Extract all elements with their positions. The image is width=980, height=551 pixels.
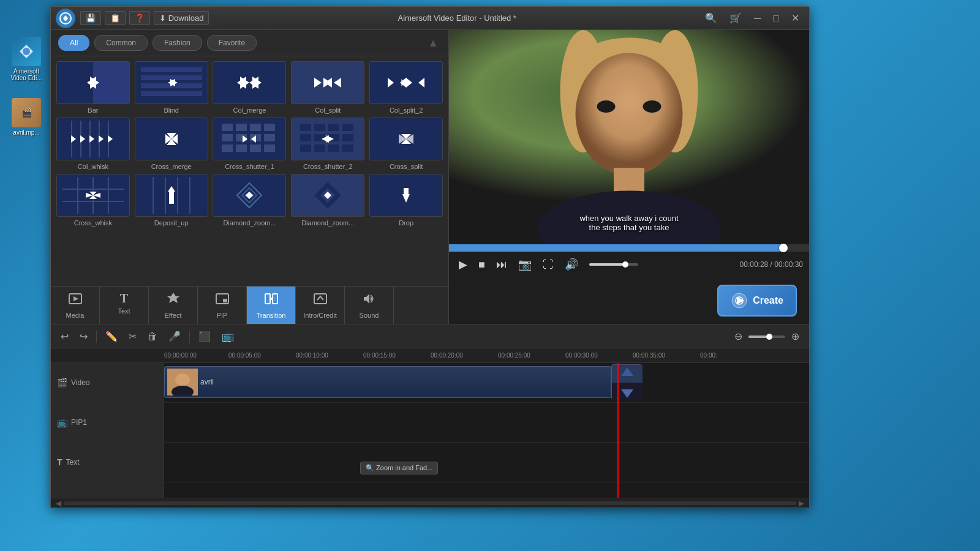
tab-all[interactable]: All xyxy=(58,35,89,51)
svg-rect-66 xyxy=(314,134,325,141)
tool-intro-credit[interactable]: Intro/Credit xyxy=(296,287,345,324)
transition-diamond-zoom2[interactable]: Diamond_zoom... xyxy=(290,174,365,227)
tab-favorite[interactable]: Favorite xyxy=(207,35,257,51)
zoom-handle[interactable] xyxy=(766,334,772,340)
tool-transition[interactable]: Transition xyxy=(247,287,296,324)
video-clip[interactable]: avril xyxy=(164,366,611,398)
transition-drop-label: Drop xyxy=(399,219,413,227)
transition-col-split-2[interactable]: Col_split_2 xyxy=(369,61,443,114)
tool-sound[interactable]: Sound xyxy=(345,287,394,324)
maximize-button[interactable]: □ xyxy=(768,11,784,25)
svg-rect-50 xyxy=(222,134,233,141)
svg-rect-96 xyxy=(169,192,174,204)
tool-effect[interactable]: Effect xyxy=(149,287,198,324)
svg-rect-65 xyxy=(300,134,311,141)
download-button[interactable]: ⬇ Download xyxy=(154,11,209,25)
file-icon-label: avril.mp... xyxy=(13,129,39,136)
search-ctrl-button[interactable]: 🔍 xyxy=(700,11,722,25)
svg-rect-115 xyxy=(223,299,227,302)
transition-diamond-zoom1[interactable]: Diamond_zoom... xyxy=(213,174,287,227)
file-button[interactable]: 📋 xyxy=(105,11,126,25)
volume-handle[interactable] xyxy=(622,261,628,268)
horizontal-scrollbar[interactable] xyxy=(64,501,796,505)
scroll-right-arrow[interactable]: ▶ xyxy=(796,499,807,508)
cut-button[interactable]: ✂ xyxy=(125,328,140,345)
ruler-mark-7: 00:00:35:00 xyxy=(633,352,665,359)
scroll-left-arrow[interactable]: ◀ xyxy=(53,499,64,508)
svg-rect-55 xyxy=(236,144,247,152)
video-track-content[interactable]: avril xyxy=(164,363,809,402)
scroll-up-arrow[interactable]: ▲ xyxy=(425,37,441,50)
transition-col-merge[interactable]: Col_merge xyxy=(213,61,287,114)
edit-button[interactable]: ✏️ xyxy=(102,328,121,345)
track-pip1: 📺 PIP1 xyxy=(51,403,809,443)
transition-deposit-up[interactable]: Deposit_up xyxy=(134,174,209,227)
desktop-file-icon[interactable]: 🎬 avril.mp... xyxy=(5,98,48,136)
svg-rect-49 xyxy=(264,124,275,131)
fullscreen-button[interactable]: ⛶ xyxy=(539,256,557,274)
transition-blind-thumb xyxy=(135,61,208,104)
svg-point-132 xyxy=(175,373,190,386)
progress-bar-container[interactable] xyxy=(449,244,809,252)
zoom-out-button[interactable]: ⊖ xyxy=(731,328,746,345)
create-button[interactable]: Create xyxy=(717,285,797,317)
tab-fashion[interactable]: Fashion xyxy=(153,35,202,51)
track-video-label: 🎬 Video xyxy=(51,363,164,402)
stop-button[interactable]: ■ xyxy=(475,256,489,274)
transition-cross-shutter2[interactable]: Cross_shutter_2 xyxy=(290,118,365,170)
tool-pip[interactable]: PIP xyxy=(198,287,247,324)
svg-rect-64 xyxy=(342,124,353,131)
play-button[interactable]: ▶ xyxy=(455,255,471,274)
timeline-toolbar: ↩ ↪ ✏️ ✂ 🗑 🎤 ⬛ 📺 ⊖ ⊕ xyxy=(51,325,809,348)
transition-bar[interactable]: Bar xyxy=(56,61,130,114)
undo-button[interactable]: ↩ xyxy=(57,328,72,345)
pip1-track-name: PIP1 xyxy=(71,418,87,427)
zoom-controls: ⊖ ⊕ xyxy=(731,328,803,345)
tool-media[interactable]: Media xyxy=(51,287,100,324)
pip-timeline-button[interactable]: ⬛ xyxy=(195,328,214,345)
track-music: 🎵 Music xyxy=(51,482,809,498)
transition-deposit-up-label: Deposit_up xyxy=(154,219,189,227)
step-forward-button[interactable]: ⏭ xyxy=(492,256,511,274)
svg-point-124 xyxy=(597,100,616,113)
transition-indicator[interactable] xyxy=(611,364,642,400)
screenshot-button[interactable]: 📷 xyxy=(514,255,535,274)
transition-blind[interactable]: Blind xyxy=(134,61,209,114)
close-button[interactable]: ✕ xyxy=(786,11,804,25)
tab-common[interactable]: Common xyxy=(94,35,148,51)
tool-text[interactable]: T Text xyxy=(100,287,149,324)
redo-button[interactable]: ↪ xyxy=(76,328,91,345)
minimize-button[interactable]: ─ xyxy=(749,11,766,25)
transition-col-split-thumb xyxy=(291,61,364,104)
progress-bar-handle[interactable] xyxy=(779,244,788,252)
volume-slider[interactable] xyxy=(589,263,638,266)
music-track-content[interactable] xyxy=(164,482,809,498)
zoom-slider[interactable] xyxy=(748,335,785,338)
save-button[interactable]: 💾 xyxy=(80,11,101,25)
transition-cross-split-label: Cross_split xyxy=(390,163,423,170)
filter-tabs: All Common Fashion Favorite ▲ xyxy=(51,30,448,56)
transition-col-split[interactable]: Col_split xyxy=(290,61,365,114)
transition-cross-whisk[interactable]: Cross_whisk xyxy=(56,174,130,227)
transition-cross-merge[interactable]: Cross_merge xyxy=(134,118,209,170)
text-track-content[interactable]: 🔍 Zoom in and Fad... xyxy=(164,443,809,482)
transition-cross-shutter1[interactable]: Cross_shutter_1 xyxy=(213,118,287,170)
timeline-ruler: 00:00:00:00 00:00:05:00 00:00:10:00 00:0… xyxy=(51,348,809,363)
app-icon-label: Aimersoft Video Edi... xyxy=(5,68,48,81)
pip1-track-content[interactable] xyxy=(164,403,809,442)
cart-ctrl-button[interactable]: 🛒 xyxy=(725,11,747,25)
help-button[interactable]: ❓ xyxy=(129,11,150,25)
zoom-in-button[interactable]: ⊕ xyxy=(788,328,803,345)
left-panel: All Common Fashion Favorite ▲ xyxy=(51,30,449,324)
video-clip-thumbnail xyxy=(167,369,198,395)
volume-button[interactable]: 🔊 xyxy=(561,255,582,274)
mic-button[interactable]: 🎤 xyxy=(165,328,184,345)
transition-cross-split[interactable]: Cross_split xyxy=(369,118,443,170)
screen-button[interactable]: 📺 xyxy=(218,328,238,345)
transition-drop[interactable]: Drop xyxy=(369,174,443,227)
transition-col-whisk[interactable]: Col_whisk xyxy=(56,118,130,170)
delete-button[interactable]: 🗑 xyxy=(144,329,161,345)
desktop-app-icon[interactable]: Aimersoft Video Edi... xyxy=(5,37,48,81)
svg-rect-46 xyxy=(222,124,233,131)
transition-cross-whisk-thumb xyxy=(56,174,130,217)
